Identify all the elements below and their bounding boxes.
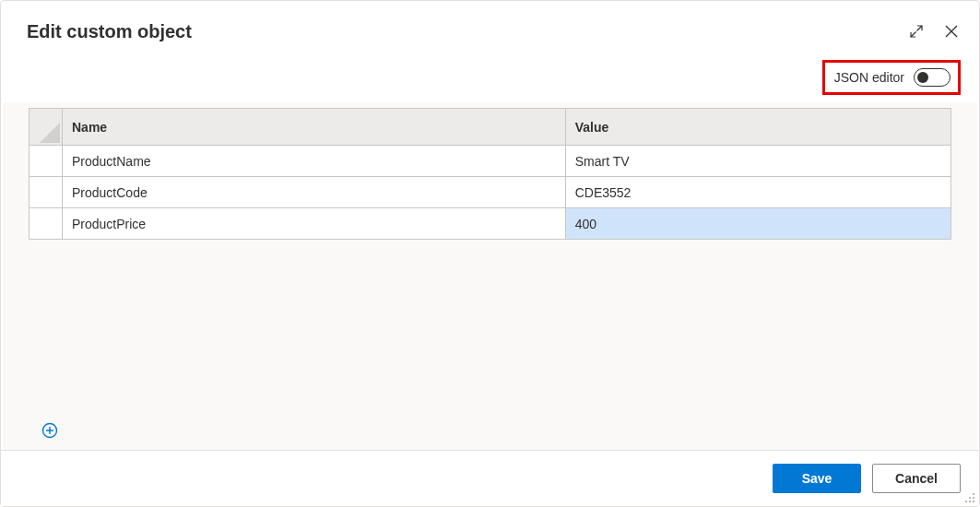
table-row: ProductName Smart TV (30, 146, 951, 177)
dialog-content: Name Value ProductName Smart TV ProductC… (3, 102, 977, 450)
expand-icon[interactable] (907, 22, 926, 41)
column-header-value[interactable]: Value (565, 109, 950, 146)
cell-value[interactable]: 400 (565, 208, 950, 240)
svg-point-3 (969, 497, 971, 499)
json-editor-label: JSON editor (834, 70, 904, 85)
properties-table: Name Value ProductName Smart TV ProductC… (29, 108, 951, 240)
cancel-button[interactable]: Cancel (872, 464, 961, 493)
cell-name[interactable]: ProductCode (63, 177, 566, 208)
row-handle[interactable] (30, 208, 63, 240)
edit-custom-object-dialog: Edit custom object JSON editor (0, 0, 980, 507)
cell-name[interactable]: ProductPrice (63, 208, 566, 240)
table-row: ProductPrice 400 (30, 208, 951, 240)
close-icon[interactable] (942, 22, 961, 41)
cell-value[interactable]: Smart TV (565, 146, 950, 177)
cell-value[interactable]: CDE3552 (565, 177, 950, 208)
header-icons (907, 22, 961, 41)
row-handle[interactable] (30, 177, 63, 208)
save-button[interactable]: Save (773, 464, 861, 493)
resize-grip-icon[interactable] (964, 491, 975, 502)
table-row: ProductCode CDE3552 (30, 177, 951, 208)
cell-name[interactable]: ProductName (63, 146, 566, 177)
dialog-footer: Save Cancel (1, 450, 979, 506)
select-all-triangle-icon (40, 123, 60, 143)
svg-point-1 (973, 493, 974, 495)
svg-point-4 (973, 501, 974, 502)
svg-point-5 (969, 501, 971, 502)
toggle-knob (917, 72, 928, 83)
table-corner-cell[interactable] (30, 109, 63, 146)
row-handle[interactable] (30, 146, 63, 177)
json-editor-toggle[interactable] (914, 68, 950, 87)
dialog-title: Edit custom object (27, 21, 907, 42)
add-row-area (29, 413, 951, 450)
json-editor-row: JSON editor (1, 47, 979, 99)
json-editor-highlight: JSON editor (822, 60, 961, 95)
svg-point-6 (965, 501, 967, 502)
add-row-icon[interactable] (41, 422, 58, 439)
column-header-name[interactable]: Name (63, 109, 566, 146)
svg-point-2 (973, 497, 974, 499)
dialog-header: Edit custom object (1, 1, 979, 47)
